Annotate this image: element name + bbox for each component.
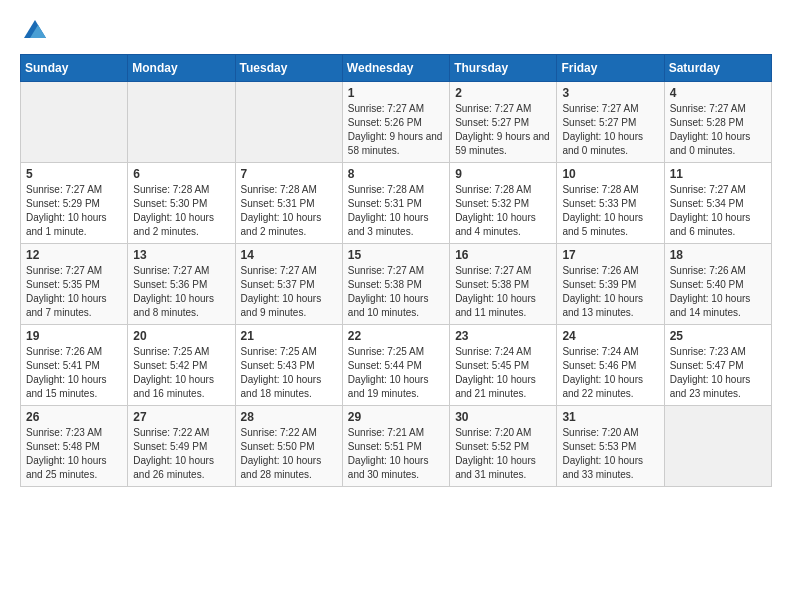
day-number: 8	[348, 167, 444, 181]
day-info: Sunrise: 7:27 AMSunset: 5:28 PMDaylight:…	[670, 102, 766, 158]
day-info: Sunrise: 7:24 AMSunset: 5:45 PMDaylight:…	[455, 345, 551, 401]
day-number: 11	[670, 167, 766, 181]
day-info: Sunrise: 7:20 AMSunset: 5:52 PMDaylight:…	[455, 426, 551, 482]
day-number: 6	[133, 167, 229, 181]
day-number: 12	[26, 248, 122, 262]
day-number: 26	[26, 410, 122, 424]
day-number: 7	[241, 167, 337, 181]
day-cell: 1Sunrise: 7:27 AMSunset: 5:26 PMDaylight…	[342, 82, 449, 163]
day-number: 1	[348, 86, 444, 100]
day-info: Sunrise: 7:28 AMSunset: 5:32 PMDaylight:…	[455, 183, 551, 239]
logo	[20, 20, 46, 38]
day-number: 2	[455, 86, 551, 100]
day-info: Sunrise: 7:27 AMSunset: 5:27 PMDaylight:…	[562, 102, 658, 158]
day-info: Sunrise: 7:25 AMSunset: 5:43 PMDaylight:…	[241, 345, 337, 401]
day-info: Sunrise: 7:27 AMSunset: 5:26 PMDaylight:…	[348, 102, 444, 158]
day-cell	[235, 82, 342, 163]
week-row-2: 5Sunrise: 7:27 AMSunset: 5:29 PMDaylight…	[21, 163, 772, 244]
day-cell: 10Sunrise: 7:28 AMSunset: 5:33 PMDayligh…	[557, 163, 664, 244]
weekday-header-thursday: Thursday	[450, 55, 557, 82]
day-info: Sunrise: 7:22 AMSunset: 5:49 PMDaylight:…	[133, 426, 229, 482]
day-info: Sunrise: 7:27 AMSunset: 5:35 PMDaylight:…	[26, 264, 122, 320]
day-info: Sunrise: 7:20 AMSunset: 5:53 PMDaylight:…	[562, 426, 658, 482]
day-number: 22	[348, 329, 444, 343]
day-cell: 19Sunrise: 7:26 AMSunset: 5:41 PMDayligh…	[21, 325, 128, 406]
day-number: 3	[562, 86, 658, 100]
day-number: 31	[562, 410, 658, 424]
day-info: Sunrise: 7:25 AMSunset: 5:42 PMDaylight:…	[133, 345, 229, 401]
day-cell: 22Sunrise: 7:25 AMSunset: 5:44 PMDayligh…	[342, 325, 449, 406]
day-info: Sunrise: 7:28 AMSunset: 5:31 PMDaylight:…	[241, 183, 337, 239]
day-info: Sunrise: 7:28 AMSunset: 5:30 PMDaylight:…	[133, 183, 229, 239]
day-cell: 20Sunrise: 7:25 AMSunset: 5:42 PMDayligh…	[128, 325, 235, 406]
day-info: Sunrise: 7:23 AMSunset: 5:47 PMDaylight:…	[670, 345, 766, 401]
week-row-3: 12Sunrise: 7:27 AMSunset: 5:35 PMDayligh…	[21, 244, 772, 325]
weekday-header-row: SundayMondayTuesdayWednesdayThursdayFrid…	[21, 55, 772, 82]
weekday-header-monday: Monday	[128, 55, 235, 82]
day-info: Sunrise: 7:27 AMSunset: 5:34 PMDaylight:…	[670, 183, 766, 239]
day-cell: 2Sunrise: 7:27 AMSunset: 5:27 PMDaylight…	[450, 82, 557, 163]
day-cell: 31Sunrise: 7:20 AMSunset: 5:53 PMDayligh…	[557, 406, 664, 487]
day-cell: 11Sunrise: 7:27 AMSunset: 5:34 PMDayligh…	[664, 163, 771, 244]
day-cell: 29Sunrise: 7:21 AMSunset: 5:51 PMDayligh…	[342, 406, 449, 487]
day-info: Sunrise: 7:26 AMSunset: 5:40 PMDaylight:…	[670, 264, 766, 320]
day-number: 24	[562, 329, 658, 343]
weekday-header-tuesday: Tuesday	[235, 55, 342, 82]
day-cell: 26Sunrise: 7:23 AMSunset: 5:48 PMDayligh…	[21, 406, 128, 487]
day-cell	[128, 82, 235, 163]
day-cell: 9Sunrise: 7:28 AMSunset: 5:32 PMDaylight…	[450, 163, 557, 244]
weekday-header-sunday: Sunday	[21, 55, 128, 82]
day-cell: 18Sunrise: 7:26 AMSunset: 5:40 PMDayligh…	[664, 244, 771, 325]
day-info: Sunrise: 7:28 AMSunset: 5:31 PMDaylight:…	[348, 183, 444, 239]
weekday-header-wednesday: Wednesday	[342, 55, 449, 82]
day-cell: 24Sunrise: 7:24 AMSunset: 5:46 PMDayligh…	[557, 325, 664, 406]
day-info: Sunrise: 7:27 AMSunset: 5:38 PMDaylight:…	[348, 264, 444, 320]
day-number: 27	[133, 410, 229, 424]
day-cell: 14Sunrise: 7:27 AMSunset: 5:37 PMDayligh…	[235, 244, 342, 325]
day-cell: 7Sunrise: 7:28 AMSunset: 5:31 PMDaylight…	[235, 163, 342, 244]
day-cell: 23Sunrise: 7:24 AMSunset: 5:45 PMDayligh…	[450, 325, 557, 406]
day-cell: 15Sunrise: 7:27 AMSunset: 5:38 PMDayligh…	[342, 244, 449, 325]
day-number: 18	[670, 248, 766, 262]
day-number: 28	[241, 410, 337, 424]
day-cell: 13Sunrise: 7:27 AMSunset: 5:36 PMDayligh…	[128, 244, 235, 325]
day-cell	[664, 406, 771, 487]
day-number: 4	[670, 86, 766, 100]
day-cell: 21Sunrise: 7:25 AMSunset: 5:43 PMDayligh…	[235, 325, 342, 406]
week-row-4: 19Sunrise: 7:26 AMSunset: 5:41 PMDayligh…	[21, 325, 772, 406]
day-number: 13	[133, 248, 229, 262]
day-number: 30	[455, 410, 551, 424]
day-number: 16	[455, 248, 551, 262]
day-info: Sunrise: 7:27 AMSunset: 5:36 PMDaylight:…	[133, 264, 229, 320]
day-cell: 25Sunrise: 7:23 AMSunset: 5:47 PMDayligh…	[664, 325, 771, 406]
week-row-1: 1Sunrise: 7:27 AMSunset: 5:26 PMDaylight…	[21, 82, 772, 163]
day-info: Sunrise: 7:27 AMSunset: 5:27 PMDaylight:…	[455, 102, 551, 158]
day-cell: 3Sunrise: 7:27 AMSunset: 5:27 PMDaylight…	[557, 82, 664, 163]
day-number: 9	[455, 167, 551, 181]
day-info: Sunrise: 7:24 AMSunset: 5:46 PMDaylight:…	[562, 345, 658, 401]
day-info: Sunrise: 7:27 AMSunset: 5:29 PMDaylight:…	[26, 183, 122, 239]
day-cell: 27Sunrise: 7:22 AMSunset: 5:49 PMDayligh…	[128, 406, 235, 487]
logo-icon	[24, 20, 46, 38]
day-cell: 8Sunrise: 7:28 AMSunset: 5:31 PMDaylight…	[342, 163, 449, 244]
day-cell: 28Sunrise: 7:22 AMSunset: 5:50 PMDayligh…	[235, 406, 342, 487]
day-info: Sunrise: 7:22 AMSunset: 5:50 PMDaylight:…	[241, 426, 337, 482]
weekday-header-friday: Friday	[557, 55, 664, 82]
day-info: Sunrise: 7:26 AMSunset: 5:41 PMDaylight:…	[26, 345, 122, 401]
day-info: Sunrise: 7:28 AMSunset: 5:33 PMDaylight:…	[562, 183, 658, 239]
day-info: Sunrise: 7:27 AMSunset: 5:38 PMDaylight:…	[455, 264, 551, 320]
day-info: Sunrise: 7:27 AMSunset: 5:37 PMDaylight:…	[241, 264, 337, 320]
day-info: Sunrise: 7:23 AMSunset: 5:48 PMDaylight:…	[26, 426, 122, 482]
day-info: Sunrise: 7:26 AMSunset: 5:39 PMDaylight:…	[562, 264, 658, 320]
day-number: 15	[348, 248, 444, 262]
day-cell: 16Sunrise: 7:27 AMSunset: 5:38 PMDayligh…	[450, 244, 557, 325]
calendar-table: SundayMondayTuesdayWednesdayThursdayFrid…	[20, 54, 772, 487]
day-info: Sunrise: 7:25 AMSunset: 5:44 PMDaylight:…	[348, 345, 444, 401]
day-number: 25	[670, 329, 766, 343]
day-number: 19	[26, 329, 122, 343]
day-cell: 12Sunrise: 7:27 AMSunset: 5:35 PMDayligh…	[21, 244, 128, 325]
day-info: Sunrise: 7:21 AMSunset: 5:51 PMDaylight:…	[348, 426, 444, 482]
day-number: 5	[26, 167, 122, 181]
week-row-5: 26Sunrise: 7:23 AMSunset: 5:48 PMDayligh…	[21, 406, 772, 487]
weekday-header-saturday: Saturday	[664, 55, 771, 82]
